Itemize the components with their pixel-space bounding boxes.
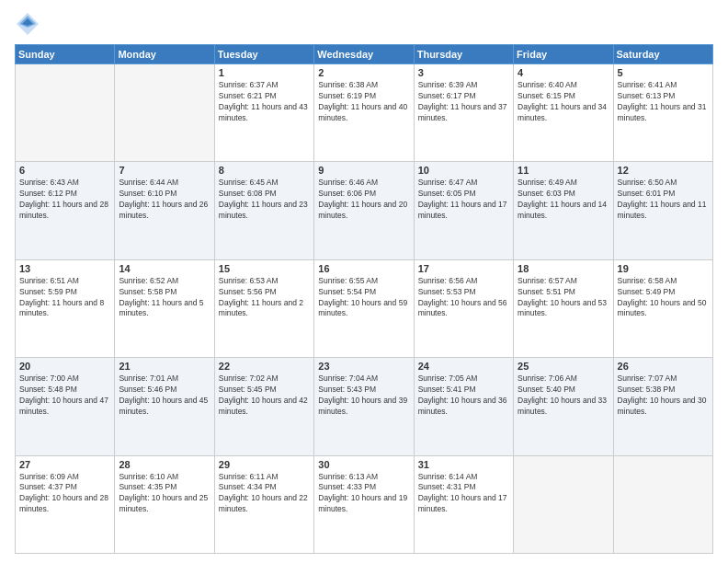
day-number: 16	[318, 263, 409, 274]
day-number: 28	[119, 459, 210, 470]
day-number: 2	[318, 67, 409, 78]
calendar-day-cell: 4Sunrise: 6:40 AMSunset: 6:15 PMDaylight…	[514, 64, 613, 162]
day-number: 15	[219, 263, 310, 274]
calendar-day-cell: 28Sunrise: 6:10 AMSunset: 4:35 PMDayligh…	[115, 455, 214, 553]
calendar-day-cell: 24Sunrise: 7:05 AMSunset: 5:41 PMDayligh…	[414, 358, 513, 455]
day-info: Sunrise: 6:47 AMSunset: 6:05 PMDaylight:…	[418, 178, 509, 222]
day-number: 19	[618, 263, 709, 274]
day-info: Sunrise: 7:06 AMSunset: 5:40 PMDaylight:…	[518, 373, 609, 418]
calendar-day-cell: 20Sunrise: 7:00 AMSunset: 5:48 PMDayligh…	[16, 358, 115, 455]
calendar-day-cell: 11Sunrise: 6:49 AMSunset: 6:03 PMDayligh…	[514, 162, 613, 259]
day-info: Sunrise: 7:02 AMSunset: 5:45 PMDaylight:…	[219, 373, 310, 418]
day-number: 30	[318, 459, 409, 470]
weekday-header-tuesday: Tuesday	[214, 45, 313, 64]
calendar-day-cell: 22Sunrise: 7:02 AMSunset: 5:45 PMDayligh…	[214, 358, 313, 455]
weekday-header-monday: Monday	[115, 45, 214, 64]
calendar-day-cell: 14Sunrise: 6:52 AMSunset: 5:58 PMDayligh…	[115, 259, 214, 357]
day-info: Sunrise: 6:14 AMSunset: 4:31 PMDaylight:…	[418, 472, 509, 516]
day-info: Sunrise: 6:50 AMSunset: 6:01 PMDaylight:…	[618, 178, 709, 222]
day-info: Sunrise: 6:45 AMSunset: 6:08 PMDaylight:…	[219, 178, 310, 222]
calendar-day-cell: 29Sunrise: 6:11 AMSunset: 4:34 PMDayligh…	[214, 455, 313, 553]
calendar-day-cell: 8Sunrise: 6:45 AMSunset: 6:08 PMDaylight…	[214, 162, 313, 259]
weekday-header-thursday: Thursday	[414, 45, 513, 64]
calendar-week-row: 27Sunrise: 6:09 AMSunset: 4:37 PMDayligh…	[16, 455, 713, 553]
day-number: 22	[219, 361, 310, 372]
calendar-week-row: 20Sunrise: 7:00 AMSunset: 5:48 PMDayligh…	[16, 358, 713, 455]
day-info: Sunrise: 6:49 AMSunset: 6:03 PMDaylight:…	[518, 178, 609, 222]
day-info: Sunrise: 7:07 AMSunset: 5:38 PMDaylight:…	[618, 373, 709, 418]
day-number: 3	[418, 67, 509, 78]
weekday-header-sunday: Sunday	[16, 45, 115, 64]
day-number: 4	[518, 67, 609, 78]
page-header	[15, 11, 713, 37]
calendar-body: 1Sunrise: 6:37 AMSunset: 6:21 PMDaylight…	[16, 64, 713, 554]
calendar-day-cell: 21Sunrise: 7:01 AMSunset: 5:46 PMDayligh…	[115, 358, 214, 455]
day-info: Sunrise: 6:53 AMSunset: 5:56 PMDaylight:…	[219, 276, 310, 320]
day-info: Sunrise: 6:58 AMSunset: 5:49 PMDaylight:…	[618, 276, 709, 320]
day-number: 17	[418, 263, 509, 274]
calendar-day-cell: 18Sunrise: 6:57 AMSunset: 5:51 PMDayligh…	[514, 259, 613, 357]
calendar-day-cell: 10Sunrise: 6:47 AMSunset: 6:05 PMDayligh…	[414, 162, 513, 259]
calendar-day-cell: 27Sunrise: 6:09 AMSunset: 4:37 PMDayligh…	[16, 455, 115, 553]
weekday-header-wednesday: Wednesday	[314, 45, 414, 64]
day-number: 18	[518, 263, 609, 274]
weekday-header-saturday: Saturday	[613, 45, 712, 64]
day-number: 27	[19, 459, 110, 470]
day-number: 21	[119, 361, 210, 372]
logo	[15, 11, 44, 37]
day-number: 10	[418, 165, 509, 176]
weekday-header-friday: Friday	[514, 45, 613, 64]
day-number: 11	[518, 165, 609, 176]
calendar-day-cell: 12Sunrise: 6:50 AMSunset: 6:01 PMDayligh…	[613, 162, 712, 259]
calendar-day-cell: 31Sunrise: 6:14 AMSunset: 4:31 PMDayligh…	[414, 455, 513, 553]
day-info: Sunrise: 6:41 AMSunset: 6:13 PMDaylight:…	[618, 80, 709, 124]
day-info: Sunrise: 6:39 AMSunset: 6:17 PMDaylight:…	[418, 80, 509, 124]
day-info: Sunrise: 6:52 AMSunset: 5:58 PMDaylight:…	[119, 276, 210, 320]
day-number: 13	[19, 263, 110, 274]
day-number: 26	[618, 361, 709, 372]
day-number: 20	[19, 361, 110, 372]
calendar-day-cell: 17Sunrise: 6:56 AMSunset: 5:53 PMDayligh…	[414, 259, 513, 357]
day-number: 6	[19, 165, 110, 176]
day-info: Sunrise: 6:10 AMSunset: 4:35 PMDaylight:…	[119, 472, 210, 516]
calendar-week-row: 6Sunrise: 6:43 AMSunset: 6:12 PMDaylight…	[16, 162, 713, 259]
day-info: Sunrise: 7:05 AMSunset: 5:41 PMDaylight:…	[418, 373, 509, 418]
day-info: Sunrise: 6:11 AMSunset: 4:34 PMDaylight:…	[219, 472, 310, 516]
day-info: Sunrise: 6:51 AMSunset: 5:59 PMDaylight:…	[19, 276, 110, 320]
calendar-day-cell: 25Sunrise: 7:06 AMSunset: 5:40 PMDayligh…	[514, 358, 613, 455]
calendar-day-cell: 26Sunrise: 7:07 AMSunset: 5:38 PMDayligh…	[613, 358, 712, 455]
calendar-day-cell: 16Sunrise: 6:55 AMSunset: 5:54 PMDayligh…	[314, 259, 414, 357]
day-number: 31	[418, 459, 509, 470]
day-info: Sunrise: 6:43 AMSunset: 6:12 PMDaylight:…	[19, 178, 110, 222]
calendar-day-cell: 5Sunrise: 6:41 AMSunset: 6:13 PMDaylight…	[613, 64, 712, 162]
day-info: Sunrise: 7:00 AMSunset: 5:48 PMDaylight:…	[19, 373, 110, 418]
day-info: Sunrise: 6:40 AMSunset: 6:15 PMDaylight:…	[518, 80, 609, 124]
calendar-day-cell	[115, 64, 214, 162]
calendar-day-cell	[16, 64, 115, 162]
day-info: Sunrise: 6:09 AMSunset: 4:37 PMDaylight:…	[19, 472, 110, 516]
calendar-day-cell: 9Sunrise: 6:46 AMSunset: 6:06 PMDaylight…	[314, 162, 414, 259]
day-info: Sunrise: 6:46 AMSunset: 6:06 PMDaylight:…	[318, 178, 409, 222]
day-info: Sunrise: 6:37 AMSunset: 6:21 PMDaylight:…	[219, 80, 310, 124]
day-info: Sunrise: 7:04 AMSunset: 5:43 PMDaylight:…	[318, 373, 409, 418]
day-number: 9	[318, 165, 409, 176]
day-number: 24	[418, 361, 509, 372]
calendar-table: SundayMondayTuesdayWednesdayThursdayFrid…	[15, 44, 713, 554]
calendar-day-cell: 30Sunrise: 6:13 AMSunset: 4:33 PMDayligh…	[314, 455, 414, 553]
calendar-day-cell	[514, 455, 613, 553]
calendar-day-cell: 23Sunrise: 7:04 AMSunset: 5:43 PMDayligh…	[314, 358, 414, 455]
calendar-day-cell	[613, 455, 712, 553]
calendar-day-cell: 7Sunrise: 6:44 AMSunset: 6:10 PMDaylight…	[115, 162, 214, 259]
day-number: 29	[219, 459, 310, 470]
day-info: Sunrise: 6:57 AMSunset: 5:51 PMDaylight:…	[518, 276, 609, 320]
day-info: Sunrise: 6:13 AMSunset: 4:33 PMDaylight:…	[318, 472, 409, 516]
calendar-page: SundayMondayTuesdayWednesdayThursdayFrid…	[0, 0, 728, 563]
day-number: 1	[219, 67, 310, 78]
weekday-header-row: SundayMondayTuesdayWednesdayThursdayFrid…	[16, 45, 713, 64]
calendar-day-cell: 6Sunrise: 6:43 AMSunset: 6:12 PMDaylight…	[16, 162, 115, 259]
calendar-day-cell: 3Sunrise: 6:39 AMSunset: 6:17 PMDaylight…	[414, 64, 513, 162]
day-number: 14	[119, 263, 210, 274]
calendar-day-cell: 2Sunrise: 6:38 AMSunset: 6:19 PMDaylight…	[314, 64, 414, 162]
day-info: Sunrise: 6:56 AMSunset: 5:53 PMDaylight:…	[418, 276, 509, 320]
day-info: Sunrise: 7:01 AMSunset: 5:46 PMDaylight:…	[119, 373, 210, 418]
